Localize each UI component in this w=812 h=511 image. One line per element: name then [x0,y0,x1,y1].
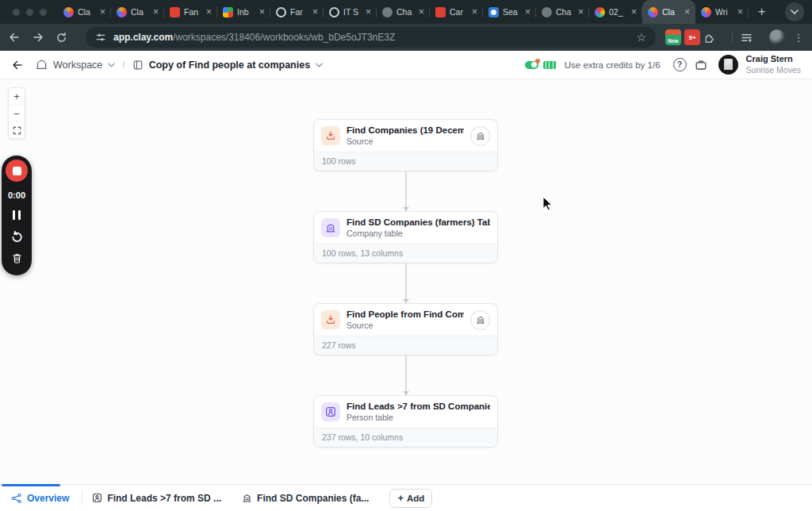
browser-menu-icon[interactable]: ⋮ [793,32,804,44]
node-titles: Find Leads >7 from SD Companies (... Per… [347,402,490,422]
browser-tab[interactable]: 02_ [589,0,642,24]
node-find-leads[interactable]: Find Leads >7 from SD Companies (... Per… [313,395,498,448]
node-subtitle: Company table [347,229,490,238]
fit-view-button[interactable] [9,121,25,138]
site-settings-icon[interactable] [95,32,106,43]
minimize-window-button[interactable] [26,9,33,16]
browser-profile-avatar[interactable] [769,29,785,45]
tab-close-icon[interactable] [737,7,743,17]
tab-close-icon[interactable] [153,7,159,17]
tab-overview[interactable]: Overview [8,493,72,504]
browser-tab[interactable]: Car [430,0,483,24]
credits-meter-icon [543,61,557,69]
company-badge-button[interactable] [470,310,490,330]
credits-label[interactable]: Use extra credits by 1/6 [565,60,661,70]
node-title: Find Companies (19 Decembe... [347,125,464,135]
edge-arrow [405,355,407,395]
add-table-button[interactable]: Add [389,489,432,508]
node-titles: Find Companies (19 Decembe... Source [347,125,464,146]
browser-tabs: Cla Cla Fan Inb Far IT S Cha Car Sea Cha… [58,0,785,24]
zoom-window-button[interactable] [40,9,47,16]
blue-compass-favicon [488,7,499,17]
browser-tab[interactable]: IT S [324,0,377,24]
chevron-down-icon[interactable] [108,63,115,67]
bookmark-star-icon[interactable]: ☆ [636,31,646,44]
browser-toolbar: app.clay.com/workspaces/318406/workbooks… [0,24,812,51]
browser-tab[interactable]: Inb [217,0,270,24]
tab-find-leads[interactable]: Find Leads >7 from SD ... [92,493,221,504]
dark-ring-favicon [276,7,286,17]
workspace-breadcrumb[interactable]: Workspace [53,60,102,71]
browser-tab[interactable]: Cla [111,0,164,24]
tab-close-icon[interactable] [206,7,212,17]
red-cat-favicon [170,7,180,17]
company-badge-button[interactable] [470,126,490,146]
tab-close-icon[interactable] [578,7,584,17]
extension-new-icon[interactable]: New [665,29,681,45]
workbook-title[interactable]: Copy of Find people at companies [149,60,311,71]
tab-label: Car [450,7,468,17]
zoom-out-button[interactable]: − [9,105,25,121]
tab-close-icon[interactable] [366,7,371,17]
url-bar[interactable]: app.clay.com/workspaces/318406/workbooks… [86,27,656,48]
node-titles: Find People from Find Compa... Source [347,309,464,330]
browser-tab[interactable]: Cha [536,0,589,24]
browser-tab[interactable]: Cha [377,0,430,24]
tab-close-icon[interactable] [259,7,265,17]
browser-tab[interactable]: Wri [695,0,749,24]
tab-label: Wri [715,7,733,17]
tab-search-chevron-button[interactable] [785,2,804,21]
node-titles: Find SD Companies (farmers) Table Compan… [347,217,490,238]
tab-close-icon[interactable] [419,7,424,17]
dark-ring-favicon [329,7,339,17]
close-window-button[interactable] [13,9,20,16]
pause-recording-button[interactable] [13,209,21,221]
zoom-in-button[interactable]: + [9,88,25,105]
extensions-puzzle-icon[interactable] [703,32,724,44]
new-tab-button[interactable]: + [749,0,775,24]
tab-label: Far [290,7,308,17]
chatgpt-favicon [542,7,552,17]
company-building-icon [321,218,340,237]
tab-label: IT S [343,7,362,17]
tab-find-sd-companies[interactable]: Find SD Companies (fa... [242,493,369,504]
clay-favicon [63,7,74,17]
tab-overview-label: Overview [27,493,69,504]
tab-close-icon[interactable] [684,7,690,17]
tab-close-icon[interactable] [525,7,530,17]
node-subtitle: Person table [347,413,490,422]
stop-icon [13,167,21,175]
source-download-icon [321,310,340,329]
browser-tab-active[interactable]: Cla [642,0,695,24]
tab-close-icon[interactable] [472,7,477,17]
node-header: Find People from Find Compa... Source [314,304,497,336]
reading-list-icon[interactable] [741,32,761,44]
clay-favicon [117,7,127,17]
reload-icon[interactable] [56,32,76,44]
chevron-down-icon[interactable] [316,63,323,67]
credits-toggle-icon[interactable] [525,61,538,69]
stop-recording-button[interactable] [6,159,28,182]
extension-count-icon[interactable]: 9+ [684,29,700,45]
tab-close-icon[interactable] [631,7,637,17]
browser-tab[interactable]: Cla [58,0,111,24]
tab-close-icon[interactable] [100,7,105,17]
tab-label: 02_ [609,7,627,17]
node-find-people[interactable]: Find People from Find Compa... Source 22… [313,303,498,355]
restart-recording-button[interactable] [10,230,24,244]
browser-tab[interactable]: Sea [483,0,536,24]
node-find-sd-companies-table[interactable]: Find SD Companies (farmers) Table Compan… [313,211,498,263]
billing-briefcase-icon[interactable] [695,59,707,71]
edge-arrow [405,263,407,303]
tab-close-icon[interactable] [312,7,318,17]
browser-tab[interactable]: Fan [164,0,217,24]
node-find-companies[interactable]: Find Companies (19 Decembe... Source 100… [313,119,498,171]
user-avatar[interactable] [718,55,738,75]
help-icon[interactable] [673,58,687,71]
delete-recording-button[interactable] [11,252,23,264]
workbook-canvas[interactable]: + − 0:00 [0,79,812,484]
browser-tab[interactable]: Far [270,0,324,24]
forward-icon[interactable] [32,31,52,44]
app-back-icon[interactable] [11,59,24,71]
back-icon[interactable] [8,31,29,44]
